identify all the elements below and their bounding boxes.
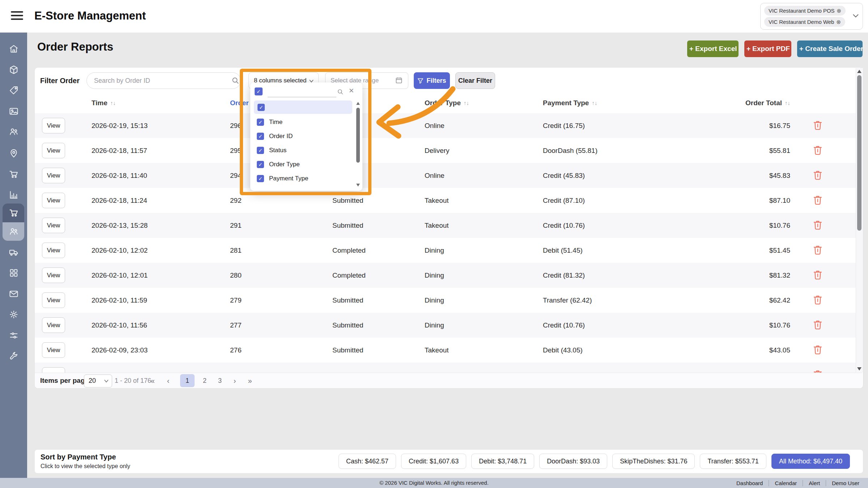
view-button[interactable]: View: [42, 317, 65, 333]
sidebar-item-tools[interactable]: [0, 351, 27, 361]
col-header-order-total[interactable]: Order Total↑↓: [745, 93, 790, 113]
chevron-down-icon[interactable]: [852, 13, 859, 18]
last-page-button[interactable]: »: [244, 373, 256, 388]
dropdown-option-blank[interactable]: ✓: [254, 100, 352, 114]
scroll-up-icon[interactable]: [356, 102, 360, 105]
dropdown-option-order-type[interactable]: ✓Order Type: [250, 158, 355, 171]
payment-chip-transfer[interactable]: Transfer: $553.71: [700, 454, 766, 469]
delete-button[interactable]: [812, 319, 825, 332]
sidebar-item-preferences[interactable]: [0, 330, 27, 341]
bottom-link-demo-user[interactable]: Demo User: [826, 480, 865, 486]
sort-icon: ↑↓: [592, 100, 597, 106]
search-input[interactable]: [86, 72, 241, 89]
view-button[interactable]: View: [42, 118, 65, 133]
select-all-checkbox[interactable]: ✓: [255, 87, 263, 95]
delete-button[interactable]: [812, 169, 825, 182]
sidebar-item-users[interactable]: [0, 127, 27, 137]
trash-icon: [812, 244, 823, 256]
scroll-down-icon[interactable]: [857, 367, 861, 371]
col-header-order-type[interactable]: Order Type↑↓: [425, 93, 469, 113]
app-title: E-Store Management: [34, 9, 146, 22]
dropdown-option-time[interactable]: ✓Time: [250, 116, 355, 129]
sidebar-item-orders-active[interactable]: [0, 208, 27, 218]
view-button[interactable]: View: [42, 367, 65, 373]
sidebar-item-dashboard[interactable]: [0, 268, 27, 278]
payment-chip-debit[interactable]: Debit: $3,748.71: [471, 454, 534, 469]
filters-button[interactable]: Filters: [414, 72, 450, 89]
dropdown-option-order-id[interactable]: ✓Order ID: [250, 130, 355, 143]
view-button[interactable]: View: [42, 292, 65, 308]
sidebar-item-products[interactable]: [0, 65, 27, 75]
remove-icon[interactable]: ⊗: [836, 19, 841, 25]
payment-chip-credit[interactable]: Credit: $1,607.63: [401, 454, 466, 469]
page-1-button[interactable]: 1: [180, 374, 195, 387]
sidebar-item-customers[interactable]: [0, 226, 27, 236]
remove-icon[interactable]: ⊗: [837, 8, 842, 14]
sidebar-item-locations[interactable]: [0, 148, 27, 158]
bar-chart-icon: [9, 190, 19, 200]
next-page-button[interactable]: ›: [229, 373, 241, 388]
sidebar-item-settings[interactable]: [0, 309, 27, 320]
view-button[interactable]: View: [42, 143, 65, 158]
payment-chip-cash[interactable]: Cash: $462.57: [339, 454, 396, 469]
delete-button[interactable]: [812, 194, 825, 207]
first-page-button[interactable]: «: [146, 373, 159, 388]
clear-filter-button[interactable]: Clear Filter: [455, 72, 495, 89]
prev-page-button[interactable]: ‹: [162, 373, 174, 388]
view-button[interactable]: View: [42, 218, 65, 233]
delete-button[interactable]: [812, 144, 825, 157]
sidebar-item-media[interactable]: [0, 106, 27, 116]
users-icon: [9, 226, 19, 236]
delete-button[interactable]: [812, 344, 825, 357]
scroll-down-icon[interactable]: [356, 184, 360, 187]
col-header-time[interactable]: Time↑↓: [92, 93, 116, 113]
store-chip[interactable]: VIC Restaurant Demo POS⊗: [764, 6, 846, 16]
scroll-up-icon[interactable]: [857, 70, 861, 73]
delete-button[interactable]: [812, 294, 825, 307]
delete-button[interactable]: [812, 244, 825, 257]
calendar-icon[interactable]: [395, 77, 403, 84]
bottom-link-dashboard[interactable]: Dashboard: [731, 480, 769, 486]
bottom-link-calendar[interactable]: Calendar: [769, 480, 803, 486]
sidebar-item-messages[interactable]: [0, 289, 27, 299]
delete-button[interactable]: [812, 119, 825, 132]
close-icon[interactable]: ✕: [349, 87, 354, 95]
scrollbar-thumb[interactable]: [356, 108, 360, 163]
page-size-select[interactable]: 20: [84, 374, 112, 388]
sidebar-item-delivery[interactable]: [0, 247, 27, 257]
dropdown-scrollbar[interactable]: [356, 101, 361, 187]
sidebar-item-reports[interactable]: [0, 190, 27, 200]
hamburger-menu-icon[interactable]: [11, 11, 23, 21]
sidebar-item-cart[interactable]: [0, 169, 27, 179]
table-scrollbar[interactable]: [856, 68, 863, 372]
search-icon[interactable]: [337, 89, 344, 95]
page-3-button[interactable]: 3: [213, 373, 227, 388]
sidebar-item-home[interactable]: [0, 44, 27, 54]
bottom-link-alert[interactable]: Alert: [803, 480, 826, 486]
dropdown-option-payment-type[interactable]: ✓Payment Type: [250, 172, 355, 185]
view-button[interactable]: View: [42, 193, 65, 208]
trash-icon: [812, 144, 823, 157]
sidebar-item-tags[interactable]: [0, 85, 27, 95]
trash-icon: [812, 119, 823, 132]
payment-chip-skipthedishes[interactable]: SkipTheDishes: $31.76: [612, 454, 695, 469]
col-header-payment-type[interactable]: Payment Type↑↓: [543, 93, 597, 113]
view-button[interactable]: View: [42, 243, 65, 258]
create-sale-order-button[interactable]: + Create Sale Order: [797, 40, 863, 57]
view-button[interactable]: View: [42, 342, 65, 358]
view-button[interactable]: View: [42, 267, 65, 283]
store-chip[interactable]: VIC Restaurant Demo Web⊗: [764, 17, 845, 27]
delete-button[interactable]: [812, 269, 825, 282]
dropdown-search-input[interactable]: [268, 87, 336, 97]
export-excel-button[interactable]: + Export Excel: [687, 40, 739, 57]
image-icon: [9, 106, 19, 116]
delete-button[interactable]: [812, 219, 825, 232]
page-2-button[interactable]: 2: [197, 373, 212, 388]
payment-chip-doordash[interactable]: DoorDash: $93.03: [539, 454, 607, 469]
dropdown-option-status[interactable]: ✓Status: [250, 144, 355, 157]
payment-chip-all-method[interactable]: All Method: $6,497.40: [771, 454, 850, 469]
store-selector[interactable]: VIC Restaurant Demo POS⊗ VIC Restaurant …: [760, 3, 863, 30]
view-button[interactable]: View: [42, 168, 65, 183]
scrollbar-thumb[interactable]: [857, 75, 861, 231]
export-pdf-button[interactable]: + Export PDF: [744, 40, 791, 57]
